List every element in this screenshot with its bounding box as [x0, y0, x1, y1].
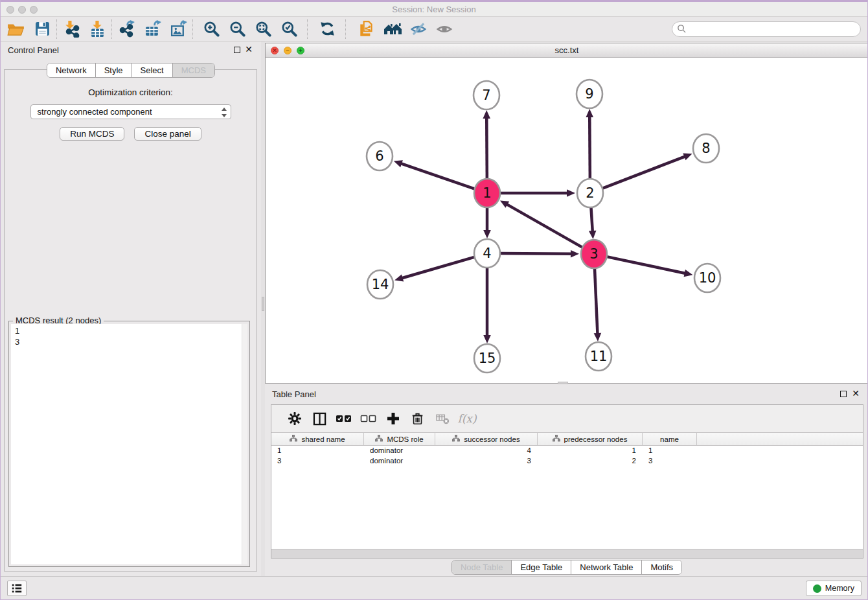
toolbar-separator	[111, 19, 112, 39]
houses-icon[interactable]	[380, 18, 405, 40]
svg-text:2: 2	[586, 185, 594, 201]
delete-column-icon[interactable]	[405, 407, 430, 430]
search-icon	[677, 24, 687, 36]
zoom-fit-icon[interactable]	[250, 18, 276, 40]
result-scrollbar[interactable]	[242, 324, 247, 564]
horizontal-splitter-grip[interactable]	[558, 382, 568, 384]
node-9[interactable]: 9	[577, 80, 602, 108]
edge-1-7[interactable]	[483, 110, 490, 180]
cell-MCDS-role[interactable]: dominator	[364, 456, 435, 467]
mcds-result-area[interactable]: 1 3	[11, 324, 247, 564]
node-15[interactable]: 15	[474, 344, 500, 373]
table-tab-node-table[interactable]: Node Table	[452, 560, 512, 574]
column-header-predecessor-nodes[interactable]: predecessor nodes	[538, 433, 643, 445]
column-header-successor-nodes[interactable]: successor nodes	[435, 433, 538, 445]
deselect-all-columns-icon[interactable]	[356, 407, 381, 430]
table-close-panel-icon[interactable]: ✕	[852, 388, 860, 398]
cell-shared-name[interactable]: 3	[271, 456, 364, 467]
edge-1-4[interactable]	[483, 206, 491, 238]
run-mcds-button[interactable]: Run MCDS	[60, 127, 124, 141]
table-tab-motifs[interactable]: Motifs	[642, 560, 681, 574]
main-toolbar	[1, 17, 867, 41]
tab-network[interactable]: Network	[47, 63, 96, 77]
column-header-name[interactable]: name	[643, 433, 697, 445]
refresh-layout-icon[interactable]	[314, 18, 340, 40]
cell-name[interactable]: 3	[643, 456, 697, 467]
import-table-icon[interactable]	[84, 18, 110, 40]
task-history-button[interactable]	[7, 581, 27, 596]
tree-icon	[290, 435, 297, 443]
cell-MCDS-role[interactable]: dominator	[364, 446, 435, 456]
node-3[interactable]: 3	[581, 240, 607, 268]
node-14[interactable]: 14	[367, 270, 393, 299]
cell-predecessor-nodes[interactable]: 2	[538, 456, 643, 467]
node-6[interactable]: 6	[367, 142, 393, 170]
svg-text:3: 3	[589, 246, 598, 262]
table-tab-network-table[interactable]: Network Table	[571, 560, 642, 574]
select-all-columns-icon[interactable]	[332, 407, 356, 430]
splitter-grip[interactable]	[262, 297, 264, 311]
export-image-icon[interactable]	[165, 18, 191, 40]
cell-successor-nodes[interactable]: 3	[435, 456, 538, 467]
node-7[interactable]: 7	[474, 81, 499, 110]
node-4[interactable]: 4	[474, 239, 500, 268]
cell-shared-name[interactable]: 1	[271, 446, 364, 456]
table-row[interactable]: 3dominator323	[271, 456, 863, 467]
cell-name[interactable]: 1	[643, 446, 697, 456]
node-10[interactable]: 10	[694, 264, 720, 292]
cell-predecessor-nodes[interactable]: 1	[538, 446, 643, 456]
tab-select[interactable]: Select	[132, 63, 173, 77]
save-session-icon[interactable]	[29, 18, 55, 40]
table-horizontal-scrollbar[interactable]	[271, 549, 863, 558]
close-panel-icon[interactable]: ✕	[245, 44, 253, 54]
edge-3-11[interactable]	[594, 267, 602, 341]
eye-icon[interactable]	[431, 18, 457, 40]
open-session-icon[interactable]	[3, 18, 29, 40]
column-header-MCDS-role[interactable]: MCDS role	[364, 433, 435, 445]
tree-icon	[452, 435, 460, 443]
edge-4-3[interactable]	[500, 250, 579, 258]
edge-3-1[interactable]	[500, 200, 583, 248]
zoom-out-icon[interactable]	[224, 18, 250, 40]
export-table-icon[interactable]	[139, 18, 165, 40]
node-2[interactable]: 2	[577, 179, 603, 207]
edge-2-9[interactable]	[586, 109, 593, 180]
edge-2-3[interactable]	[589, 206, 597, 239]
edge-3-10[interactable]	[607, 257, 693, 277]
duplicate-network-icon[interactable]	[354, 18, 380, 40]
table-row[interactable]: 1dominator411	[271, 446, 863, 456]
zoom-selected-icon[interactable]	[276, 18, 302, 40]
column-header-shared-name[interactable]: shared name	[271, 433, 364, 445]
eye-slash-icon[interactable]	[405, 18, 431, 40]
zoom-in-icon[interactable]	[198, 18, 224, 40]
table-float-panel-icon[interactable]	[840, 391, 847, 397]
table-settings-gear-icon[interactable]	[282, 407, 307, 430]
svg-text:4: 4	[483, 246, 491, 261]
network-window: ✕ − + scc.txt 7968124314101511	[265, 43, 868, 384]
float-panel-icon[interactable]	[234, 47, 240, 53]
node-11[interactable]: 11	[586, 342, 611, 371]
network-canvas[interactable]: 7968124314101511	[266, 58, 868, 383]
edge-4-14[interactable]	[394, 257, 475, 282]
export-network-icon[interactable]	[113, 18, 139, 40]
node-1[interactable]: 1	[474, 179, 500, 207]
import-network-icon[interactable]	[58, 18, 84, 40]
table-tab-edge-table[interactable]: Edge Table	[512, 560, 571, 574]
close-panel-button[interactable]: Close panel	[134, 127, 201, 141]
edge-1-2[interactable]	[500, 189, 575, 197]
create-column-icon[interactable]	[381, 407, 405, 430]
tab-style[interactable]: Style	[96, 63, 132, 77]
network-window-title: scc.txt	[266, 45, 868, 55]
cell-successor-nodes[interactable]: 4	[435, 446, 538, 456]
memory-button[interactable]: Memory	[806, 581, 862, 596]
edge-2-8[interactable]	[602, 154, 692, 189]
show-column-icon[interactable]	[307, 407, 332, 430]
edge-4-15[interactable]	[483, 266, 491, 343]
tab-mcds[interactable]: MCDS	[173, 63, 214, 77]
node-8[interactable]: 8	[693, 134, 719, 163]
criterion-dropdown[interactable]: strongly connected component	[30, 104, 231, 119]
criterion-value: strongly connected component	[38, 107, 152, 117]
network-window-titlebar[interactable]: ✕ − + scc.txt	[266, 43, 868, 58]
edge-1-6[interactable]	[394, 160, 475, 189]
search-input[interactable]	[672, 21, 861, 37]
